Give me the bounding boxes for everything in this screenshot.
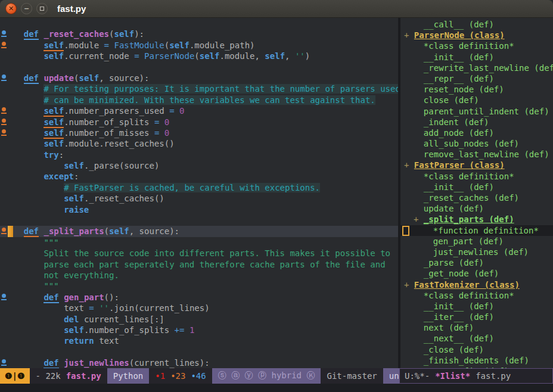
code-line[interactable]: text = ''.join(current_lines)	[0, 303, 398, 313]
imenu-item-label: next (def)	[424, 323, 474, 332]
code-line[interactable]: def just_newlines(current_lines):	[0, 357, 398, 368]
code-line[interactable]: self.number_parsers_used = 0	[0, 105, 398, 116]
code-text: not everything.	[0, 270, 119, 281]
imenu-item[interactable]: reset_node (def)	[400, 84, 553, 95]
fringe-warning-dot-icon	[2, 119, 7, 125]
imenu-item-label: ParserNode (class)	[414, 30, 505, 40]
minimize-button[interactable]: −	[21, 3, 32, 14]
close-button[interactable]: ✕	[5, 3, 17, 14]
imenu-item[interactable]: close (def)	[400, 95, 553, 105]
imenu-item[interactable]: _finish_dedents (def)	[400, 355, 553, 366]
buffer-info[interactable]: - 22kfast.py	[30, 368, 107, 384]
imenu-item[interactable]: update (def)	[400, 203, 553, 214]
code-line[interactable]: def _split_parts(self, source):	[0, 226, 398, 237]
imenu-item[interactable]: + ParserNode (class)	[400, 30, 553, 41]
imenu-item[interactable]: just_newlines (def)	[400, 247, 553, 257]
code-text: self.module = FastModule(self.module_pat…	[0, 40, 255, 51]
imenu-item[interactable]: *class definition*	[400, 171, 553, 182]
imenu-item-label: _get_prefix (def)	[424, 366, 509, 368]
code-line[interactable]: self.module = FastModule(self.module_pat…	[0, 40, 398, 51]
flycheck-counts[interactable]: •1•23•46	[149, 368, 212, 384]
imenu-item[interactable]: __init__ (def)	[400, 182, 553, 192]
imenu-list[interactable]: __call__ (def)+ ParserNode (class) *clas…	[400, 18, 553, 368]
code-line[interactable]: self._reset_caches()	[0, 193, 398, 204]
imenu-item-label: _split_parts (def)	[424, 214, 514, 224]
vc-branch[interactable]: Git-master	[321, 368, 383, 384]
imenu-item[interactable]: __repr__ (def)	[400, 73, 553, 84]
code-text: def _split_parts(self, source):	[0, 226, 179, 237]
major-mode[interactable]: Python	[107, 368, 150, 384]
code-line[interactable]: self.number_of_splits += 1	[0, 325, 398, 335]
window-controls: ✕ −	[5, 3, 48, 14]
code-line[interactable]	[0, 62, 398, 73]
imenu-item[interactable]: _indent (def)	[400, 117, 553, 127]
expand-plus-icon[interactable]: +	[404, 30, 414, 40]
code-line[interactable]: def update(self, source):	[0, 73, 398, 83]
code-line[interactable]: return text	[0, 335, 398, 346]
code-line[interactable]: self._parse(source)	[0, 160, 398, 171]
imenu-item[interactable]: next (def)	[400, 322, 553, 333]
code-line[interactable]: raise	[0, 204, 398, 215]
code-text: text = ''.join(current_lines)	[0, 303, 210, 313]
code-line[interactable]: self.number_of_splits = 0	[0, 117, 398, 127]
imenu-item[interactable]: __next__ (def)	[400, 333, 553, 344]
imenu-item[interactable]: + FastParser (class)	[400, 160, 553, 170]
expand-plus-icon[interactable]: +	[414, 214, 424, 224]
code-line[interactable]: # can be minimized. With these variables…	[0, 95, 398, 105]
minor-mode-icons[interactable]: ⓢ ⓐ ⓨ ⓟ hybrid Ⓚ	[212, 368, 321, 384]
imenu-indent	[414, 107, 424, 116]
imenu-item[interactable]: _parse (def)	[400, 257, 553, 268]
flycheck-info-count[interactable]: •46	[191, 371, 206, 381]
imenu-item[interactable]: add_node (def)	[400, 127, 553, 138]
imenu-item[interactable]: _close (def)	[400, 344, 553, 355]
code-line[interactable]: del current_lines[:]	[0, 314, 398, 325]
imenu-item[interactable]: all_sub_nodes (def)	[400, 138, 553, 149]
imenu-item[interactable]: parent_until_indent (def)	[400, 106, 553, 117]
imenu-indent	[414, 41, 424, 51]
code-line[interactable]: # FastParser is cached, be careful with …	[0, 182, 398, 193]
imenu-item[interactable]: __call__ (def)	[400, 19, 553, 30]
imenu-item[interactable]: *class definition*	[400, 41, 553, 51]
code-line[interactable]: """	[0, 237, 398, 248]
imenu-item[interactable]: _rewrite_last_newline (def)	[400, 63, 553, 73]
imenu-item[interactable]: remove_last_newline (def)	[400, 149, 553, 160]
flycheck-warning-count[interactable]: •23	[170, 371, 185, 381]
imenu-item[interactable]: _get_node (def)	[400, 268, 553, 279]
code-line[interactable]: # For testing purposes: It is important …	[0, 83, 398, 94]
imenu-item[interactable]: __iter__ (def)	[400, 312, 553, 322]
imenu-indent	[414, 20, 424, 29]
expand-plus-icon[interactable]: +	[404, 160, 414, 170]
maximize-button[interactable]	[36, 3, 48, 14]
imenu-item-label: close (def)	[424, 95, 479, 105]
imenu-item-label: _rewrite_last_newline (def)	[424, 63, 553, 73]
expand-plus-icon[interactable]: +	[404, 280, 414, 290]
code-line[interactable]	[0, 18, 398, 29]
code-line[interactable]: self.module.reset_caches()	[0, 138, 398, 149]
imenu-item[interactable]: _get_prefix (def)	[400, 366, 553, 368]
code-line[interactable]	[0, 347, 398, 357]
code-line[interactable]: except:	[0, 171, 398, 182]
code-line[interactable]: def gen_part():	[0, 292, 398, 303]
code-lines[interactable]: def _reset_caches(self): self.module = F…	[0, 18, 398, 368]
imenu-item[interactable]: __init__ (def)	[400, 52, 553, 63]
imenu-item[interactable]: _reset_caches (def)	[400, 192, 553, 203]
code-line[interactable]: """	[0, 281, 398, 291]
imenu-item-label: remove_last_newline (def)	[424, 150, 549, 159]
code-line[interactable]: self.number_of_misses = 0	[0, 127, 398, 138]
imenu-item[interactable]: __init__ (def)	[400, 301, 553, 312]
imenu-item[interactable]: + FastTokenizer (class)	[400, 279, 553, 290]
code-line[interactable]: not everything.	[0, 270, 398, 281]
code-line[interactable]: try:	[0, 150, 398, 160]
maximize-icon	[40, 7, 44, 11]
imenu-item[interactable]: gen_part (def)	[400, 236, 553, 247]
imenu-item[interactable]: + _split_parts (def)	[400, 214, 553, 225]
code-line[interactable]: def _reset_caches(self):	[0, 29, 398, 39]
imenu-item[interactable]: *class definition*	[400, 290, 553, 301]
code-line[interactable]	[0, 215, 398, 226]
flycheck-error-count[interactable]: •1	[155, 371, 165, 381]
code-line[interactable]: self.current_node = ParserNode(self.modu…	[0, 51, 398, 61]
imenu-item[interactable]: *function definition*	[400, 225, 553, 236]
code-line[interactable]: parse each part seperately and therefore…	[0, 259, 398, 270]
code-line[interactable]: Split the source code into different par…	[0, 248, 398, 259]
echo-area[interactable]	[0, 384, 553, 392]
